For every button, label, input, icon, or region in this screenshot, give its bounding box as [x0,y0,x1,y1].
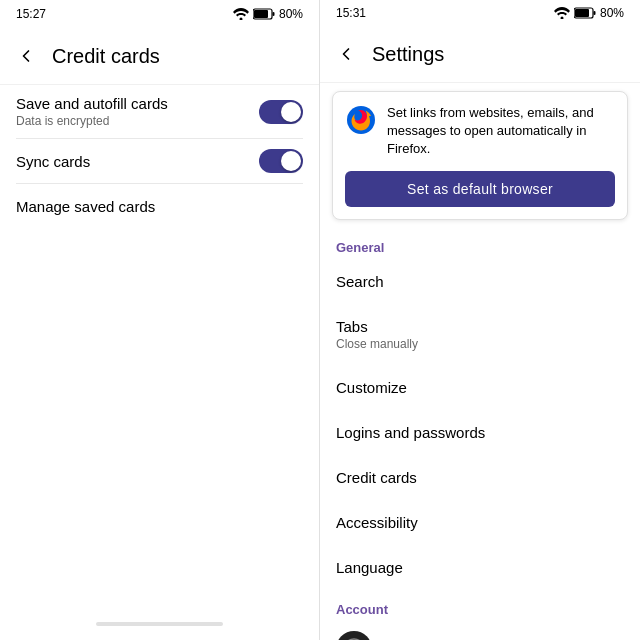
left-time: 15:27 [16,7,46,21]
save-autofill-text: Save and autofill cards Data is encrypte… [16,95,168,128]
right-status-bar: 15:31 80% [320,0,640,26]
battery-icon [253,8,275,20]
right-wifi-icon [554,7,570,19]
left-panel: 15:27 80% Credit cards Save and au [0,0,320,640]
section-label-account: Account [320,590,640,621]
left-page-title: Credit cards [52,45,160,68]
left-header: Credit cards [0,28,319,85]
svg-point-0 [239,18,242,21]
right-back-button[interactable] [328,36,364,72]
menu-item-language[interactable]: Language [320,545,640,590]
menu-item-search[interactable]: Search [320,259,640,304]
save-autofill-toggle-knob [281,102,301,122]
save-autofill-sublabel: Data is encrypted [16,114,168,128]
sync-cards-toggle-knob [281,151,301,171]
left-scroll-indicator [96,622,224,626]
svg-point-4 [560,17,563,20]
account-user-item[interactable]: Manuel [320,621,640,640]
right-status-right: 80% [554,6,624,20]
banner-text: Set links from websites, emails, and mes… [387,104,615,159]
right-panel: 15:31 80% Settings [320,0,640,640]
save-autofill-toggle[interactable] [259,100,303,124]
menu-item-credit-cards[interactable]: Credit cards [320,455,640,500]
right-battery: 80% [600,6,624,20]
firefox-icon [345,104,377,136]
section-label-general: General [320,228,640,259]
account-avatar-icon [342,637,366,640]
left-status-right: 80% [233,7,303,21]
svg-rect-7 [575,9,589,17]
save-autofill-label: Save and autofill cards [16,95,168,112]
manage-saved-cards-item[interactable]: Manage saved cards [0,184,319,229]
sync-cards-item[interactable]: Sync cards [0,139,319,183]
right-header: Settings [320,26,640,83]
svg-rect-6 [593,11,595,15]
wifi-icon [233,8,249,20]
manage-saved-cards-label: Manage saved cards [16,198,303,215]
svg-rect-2 [272,12,274,16]
default-browser-banner: Set links from websites, emails, and mes… [332,91,628,220]
menu-item-accessibility[interactable]: Accessibility [320,500,640,545]
sync-cards-label: Sync cards [16,153,90,170]
banner-content: Set links from websites, emails, and mes… [345,104,615,159]
right-battery-icon [574,7,596,19]
menu-item-customize[interactable]: Customize [320,365,640,410]
left-battery: 80% [279,7,303,21]
save-autofill-item[interactable]: Save and autofill cards Data is encrypte… [0,85,319,138]
left-back-button[interactable] [8,38,44,74]
sync-cards-text: Sync cards [16,153,90,170]
left-status-bar: 15:27 80% [0,0,319,28]
svg-rect-3 [254,10,268,18]
menu-item-tabs[interactable]: Tabs Close manually [320,304,640,365]
right-time: 15:31 [336,6,366,20]
sync-cards-toggle[interactable] [259,149,303,173]
avatar [336,631,372,640]
set-default-browser-button[interactable]: Set as default browser [345,171,615,207]
menu-item-logins[interactable]: Logins and passwords [320,410,640,455]
right-page-title: Settings [372,43,444,66]
